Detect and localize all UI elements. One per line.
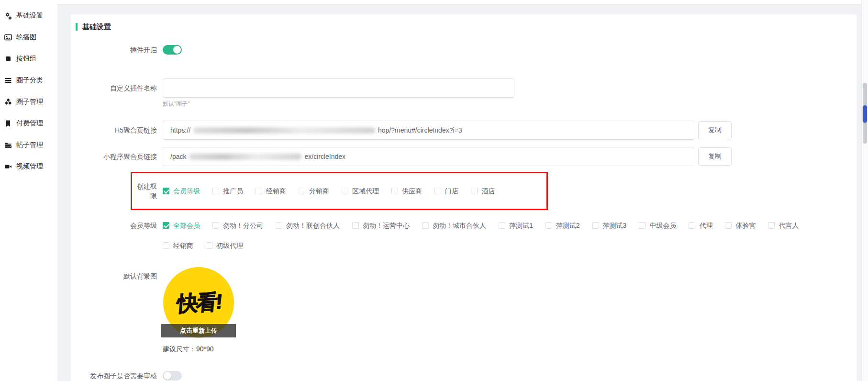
sidebar-item[interactable]: 按钮组 <box>0 48 57 69</box>
sidebar-item[interactable]: 视频管理 <box>0 156 57 177</box>
page-title: 基础设置 <box>82 22 111 32</box>
h5-link-input[interactable]: https:// hop/?menu#/circleIndex?i=3 <box>163 121 694 140</box>
checkbox-option[interactable]: 初级代理 <box>206 241 243 250</box>
section-title: 基础设置 <box>76 23 857 31</box>
checkbox-box <box>768 222 775 229</box>
settings-card: 基础设置 插件开启 自定义插件名称 默认"圈子" H5聚合页链接 https:/… <box>71 14 857 381</box>
checkbox-option[interactable]: 门店 <box>434 186 458 196</box>
publish-review-label: 发布圈子是否需要审核 <box>71 371 163 381</box>
reupload-button[interactable]: 点击重新上传 <box>161 324 236 337</box>
sidebar-item[interactable]: 轮播图 <box>0 26 57 48</box>
checkbox-option[interactable]: 萍测试1 <box>499 221 533 230</box>
scrollbar-track[interactable] <box>861 0 868 381</box>
checkbox-option[interactable]: 供应商 <box>391 186 422 196</box>
mini-link-input[interactable]: /pack ex/circleIndex <box>163 147 694 166</box>
checkbox-box <box>471 188 478 194</box>
checkbox-label: 勿动！城市合伙人 <box>433 221 486 230</box>
checkbox-option[interactable]: 代理 <box>689 221 712 230</box>
sidebar-item[interactable]: 圈子管理 <box>0 91 57 112</box>
checkbox-box <box>163 188 169 194</box>
sidebar-item-label: 基础设置 <box>16 11 43 20</box>
video-camera-icon <box>4 163 12 170</box>
checkbox-box <box>212 188 219 194</box>
sidebar-item-label: 付费管理 <box>16 119 43 128</box>
checkbox-option[interactable]: 经销商 <box>163 241 193 250</box>
background-image-upload[interactable]: 快看! 点击重新上传 <box>163 267 234 338</box>
redacted-text <box>193 127 375 134</box>
plugin-name-label: 自定义插件名称 <box>71 78 163 93</box>
checkbox-option[interactable]: 会员等级 <box>163 186 200 196</box>
mini-copy-button[interactable]: 复制 <box>698 147 732 166</box>
image-text: 快看! <box>176 287 222 318</box>
checkbox-option[interactable]: 萍测试3 <box>592 221 627 230</box>
checkbox-option[interactable]: 勿动！联创合伙人 <box>276 221 340 230</box>
checkbox-label: 初级代理 <box>216 241 243 250</box>
create-permission-row: 创建权限 会员等级 推广员 经销商 分销商 区域代理 供应商 门店 酒店 <box>132 181 546 201</box>
checkbox-label: 经销商 <box>266 186 286 196</box>
plugin-name-input[interactable] <box>163 78 514 98</box>
sidebar-item[interactable]: 帖子管理 <box>0 134 57 156</box>
checkbox-option[interactable]: 分销商 <box>299 186 329 196</box>
checkbox-box <box>163 222 169 229</box>
checkbox-label: 酒店 <box>481 186 495 196</box>
checkbox-label: 推广员 <box>223 186 243 196</box>
checkbox-option[interactable]: 勿动！分公司 <box>212 221 263 230</box>
plugin-switch-label: 插件开启 <box>71 45 163 55</box>
checkbox-box <box>499 222 505 229</box>
checkbox-label: 会员等级 <box>173 186 200 196</box>
sidebar-item[interactable]: 圈子分类 <box>0 69 57 91</box>
red-highlight-box: 创建权限 会员等级 推广员 经销商 分销商 区域代理 供应商 门店 酒店 <box>131 172 548 210</box>
checkbox-option[interactable]: 酒店 <box>471 186 495 196</box>
checkbox-box <box>689 222 695 229</box>
checkbox-box <box>206 242 212 249</box>
checkbox-option[interactable]: 区域代理 <box>342 186 379 196</box>
checkbox-box <box>434 188 441 194</box>
checkbox-option[interactable]: 全部会员 <box>163 221 200 230</box>
checkbox-option[interactable]: 体验官 <box>725 221 756 230</box>
checkbox-option[interactable]: 萍测试2 <box>545 221 580 230</box>
checkbox-option[interactable]: 勿动！城市合伙人 <box>422 221 486 230</box>
image-icon <box>4 34 12 41</box>
checkbox-box <box>212 222 219 229</box>
sidebar-item[interactable]: 基础设置 <box>0 5 57 26</box>
checkbox-option[interactable]: 推广员 <box>212 186 243 196</box>
plugin-enabled-toggle[interactable] <box>163 45 182 55</box>
checkbox-label: 萍测试1 <box>509 221 533 230</box>
checkbox-box <box>299 188 305 194</box>
h5-link-row: H5聚合页链接 https:// hop/?menu#/circleIndex?… <box>71 121 857 140</box>
list-icon <box>4 77 12 84</box>
checkbox-box <box>639 222 645 229</box>
checkbox-option[interactable]: 勿动！运营中心 <box>352 221 410 230</box>
checkbox-label: 代言人 <box>779 221 799 230</box>
checkbox-label: 分销商 <box>309 186 329 196</box>
plugin-name-row: 自定义插件名称 默认"圈子" <box>71 78 857 107</box>
checkbox-box <box>342 188 348 194</box>
checkbox-label: 中级会员 <box>649 221 676 230</box>
checkbox-label: 体验官 <box>735 221 756 230</box>
checkbox-box <box>545 222 552 229</box>
checkbox-box <box>256 188 262 194</box>
plugin-switch-row: 插件开启 <box>71 45 857 55</box>
member-level-label: 会员等级 <box>71 221 163 230</box>
scrollbar-indicator[interactable] <box>863 105 867 123</box>
default-bg-row: 默认背景图 快看! 点击重新上传 建议尺寸：90*90 <box>71 267 857 354</box>
checkbox-label: 萍测试2 <box>556 221 580 230</box>
h5-link-label: H5聚合页链接 <box>71 125 163 135</box>
h5-copy-button[interactable]: 复制 <box>698 121 732 139</box>
publish-review-toggle[interactable] <box>163 371 182 381</box>
top-strip <box>57 0 861 4</box>
bookmark-icon <box>4 120 12 127</box>
mini-link-prefix: /pack <box>170 153 186 160</box>
checkbox-label: 全部会员 <box>173 221 200 230</box>
member-level-row: 会员等级 全部会员 勿动！分公司 勿动！联创合伙人 勿动！运营中心 勿动！城市合… <box>71 221 857 250</box>
sidebar-item-label: 帖子管理 <box>16 141 43 149</box>
checkbox-box <box>725 222 732 229</box>
cubes-icon <box>4 98 12 106</box>
checkbox-box <box>352 222 359 229</box>
checkbox-option[interactable]: 中级会员 <box>639 221 676 230</box>
checkbox-option[interactable]: 代言人 <box>768 221 799 230</box>
sidebar-item[interactable]: 付费管理 <box>0 112 57 134</box>
checkbox-option[interactable]: 经销商 <box>256 186 286 196</box>
checkbox-label: 勿动！联创合伙人 <box>286 221 340 230</box>
title-accent-bar <box>76 23 78 31</box>
